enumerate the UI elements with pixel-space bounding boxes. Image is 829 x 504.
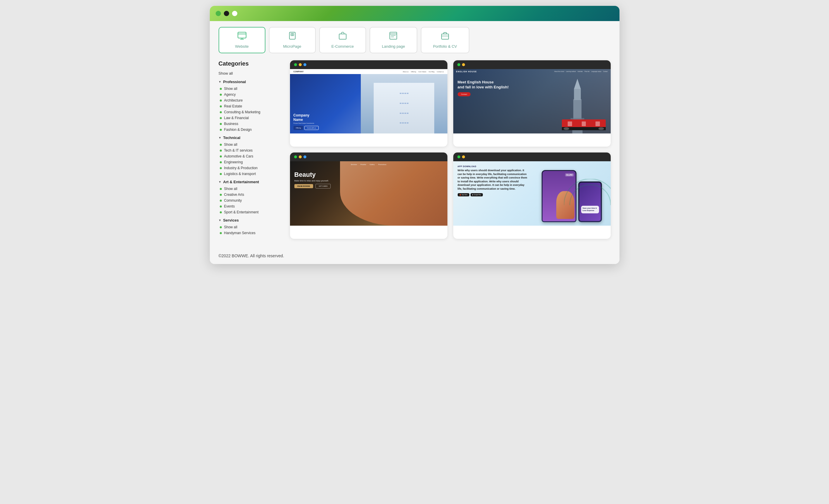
list-item[interactable]: Tech & IT services: [220, 147, 283, 153]
templates-grid: COMPANY About us Offering Core Values Ou…: [290, 60, 611, 239]
list-item[interactable]: Agency: [220, 92, 283, 98]
tab-ecommerce[interactable]: E-Commerce: [319, 27, 366, 53]
preview-hero-subtitle: Private Real Estate Investments: [293, 122, 319, 124]
category-items-services: Show all Handyman Services: [219, 224, 283, 236]
app-store-button[interactable]: 🍎 App Store: [458, 193, 469, 196]
beauty-giftcards-button[interactable]: GIFT CARDS: [316, 184, 331, 188]
category-label-technical: Technical: [223, 136, 240, 140]
bullet-icon: [220, 117, 222, 119]
dot-green-icon: [294, 63, 297, 66]
template-preview-app: APP DOWNLOAD Write why users should down…: [453, 161, 611, 226]
tab-landing[interactable]: Landing page: [369, 27, 417, 53]
dot-green-icon: [457, 63, 460, 66]
list-item[interactable]: Show all: [220, 224, 283, 230]
beauty-subtitle: Make time to relax and enjoy yourself.: [294, 180, 443, 182]
dot-blue-icon: [303, 155, 307, 158]
card-header-app: [453, 152, 611, 161]
list-item[interactable]: Consulting & Marketing: [220, 109, 283, 115]
dot-green-icon: [457, 155, 460, 158]
category-items-art: Show all Creative Arts Community Events …: [219, 186, 283, 215]
bullet-icon: [220, 211, 222, 213]
list-item[interactable]: Events: [220, 204, 283, 209]
preview-text-block: CompanyName Private Real Estate Investme…: [293, 113, 319, 130]
list-item[interactable]: Community: [220, 197, 283, 204]
template-preview-english: ENGLISH HOUSE About the school Learning …: [453, 69, 611, 134]
website-icon: [237, 32, 247, 42]
list-item[interactable]: Fashion & Design: [220, 127, 283, 133]
list-item[interactable]: Law & Financial: [220, 115, 283, 121]
template-preview-real-estate: COMPANY About us Offering Core Values Ou…: [290, 69, 447, 134]
template-card-app[interactable]: APP DOWNLOAD Write why users should down…: [453, 152, 611, 239]
english-title: Meet English Houseand fall in love with …: [458, 80, 606, 90]
category-section-technical: ▼ Technical Show all Tech & IT services …: [219, 136, 283, 177]
dot-white: [232, 11, 237, 16]
template-card-beauty[interactable]: Services Pricelist Gallery Promotions Be…: [290, 152, 447, 239]
dot-yellow-icon: [299, 63, 302, 66]
category-section-services: ▼ Services Show all Handyman Services: [219, 218, 283, 236]
svg-rect-0: [238, 32, 246, 38]
template-card-english[interactable]: ENGLISH HOUSE About the school Learning …: [453, 60, 611, 147]
tab-portfolio[interactable]: Portfolio & CV: [421, 27, 469, 53]
list-item[interactable]: Handyman Services: [220, 230, 283, 236]
list-item[interactable]: Architecture: [220, 98, 283, 103]
bullet-icon: [220, 123, 222, 125]
bullet-icon: [220, 129, 222, 131]
list-item[interactable]: Logistics & transport: [220, 171, 283, 177]
bullet-icon: [220, 150, 222, 152]
preview-offering-button[interactable]: Offering: [293, 126, 303, 130]
chevron-art: ▼: [219, 180, 221, 183]
google-play-button[interactable]: ▶ Google Play: [471, 193, 483, 196]
svg-point-7: [292, 34, 293, 35]
list-item[interactable]: Real Estate: [220, 103, 283, 109]
list-item[interactable]: Show all: [220, 86, 283, 92]
card-header-real-estate: [290, 60, 447, 69]
list-item[interactable]: Automotive & Cars: [220, 153, 283, 159]
bullet-icon: [220, 105, 222, 107]
template-card-real-estate[interactable]: COMPANY About us Offering Core Values Ou…: [290, 60, 447, 147]
bullet-icon: [220, 144, 222, 146]
micropage-icon: [289, 32, 296, 42]
portfolio-icon: [441, 32, 449, 42]
beauty-content: Beauty Make time to relax and enjoy your…: [290, 167, 447, 193]
tab-website[interactable]: Website: [219, 27, 265, 53]
svg-rect-16: [573, 99, 581, 120]
tab-micropage-label: MicroPage: [283, 44, 301, 48]
svg-rect-6: [291, 33, 294, 36]
tab-micropage[interactable]: MicroPage: [269, 27, 316, 53]
tab-portfolio-label: Portfolio & CV: [433, 44, 457, 48]
list-item[interactable]: Engineering: [220, 159, 283, 165]
english-logo: ENGLISH HOUSE: [456, 71, 477, 73]
dot-blue-icon: [303, 63, 307, 66]
dot-black: [224, 11, 229, 16]
building-shape: [374, 83, 434, 134]
english-contact-button[interactable]: Contact: [458, 92, 471, 96]
english-content: Meet English Houseand fall in love with …: [453, 74, 611, 102]
tab-ecommerce-label: E-Commerce: [331, 44, 354, 48]
category-label-services: Services: [223, 218, 239, 222]
english-nav: ENGLISH HOUSE About the school Learning …: [453, 69, 611, 74]
list-item[interactable]: Business: [220, 121, 283, 127]
show-all-button[interactable]: Show all: [219, 71, 283, 75]
bullet-icon: [220, 194, 222, 196]
preview-nav: COMPANY About us Offering Core Values Ou…: [290, 69, 447, 74]
category-header-technical[interactable]: ▼ Technical: [219, 136, 283, 140]
category-items-professional: Show all Agency Architecture Real Estate…: [219, 86, 283, 133]
list-item[interactable]: Sport & Entertainment: [220, 209, 283, 215]
category-header-professional[interactable]: ▼ Professional: [219, 80, 283, 84]
beauty-booking-button[interactable]: ONLINE BOOKING: [294, 184, 313, 188]
bullet-icon: [220, 173, 222, 175]
preview-invest-button[interactable]: Invest with us: [304, 126, 318, 130]
bullet-icon: [220, 111, 222, 113]
list-item[interactable]: Creative Arts: [220, 192, 283, 197]
app-amount: $3,250: [565, 173, 574, 177]
content-area: Website MicroPage: [210, 21, 619, 248]
category-label-professional: Professional: [223, 80, 246, 84]
list-item[interactable]: Show all: [220, 186, 283, 192]
list-item[interactable]: Industry & Production: [220, 165, 283, 171]
category-section-professional: ▼ Professional Show all Agency Architect…: [219, 80, 283, 133]
category-header-art[interactable]: ▼ Art & Entertainment: [219, 180, 283, 184]
list-item[interactable]: Show all: [220, 142, 283, 147]
titlebar: [210, 6, 619, 21]
bullet-icon: [220, 167, 222, 169]
category-header-services[interactable]: ▼ Services: [219, 218, 283, 222]
